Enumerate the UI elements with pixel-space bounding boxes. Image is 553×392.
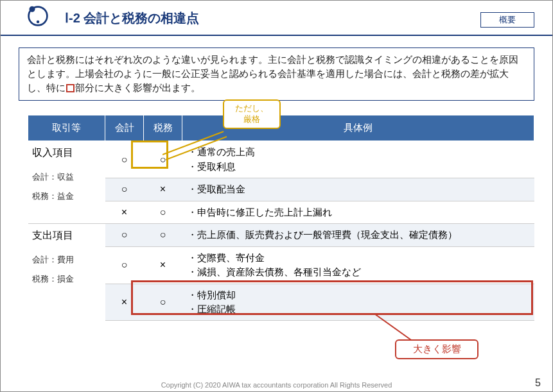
example-text: ・通常の売上高 ・受取利息	[188, 147, 255, 171]
example-text: ・交際費、寄付金 ・減損、資産除去債務、各種引当金など	[188, 253, 361, 277]
th-transaction: 取引等	[28, 115, 105, 141]
callout-strict-text: ただし、 厳格	[235, 103, 268, 124]
svg-point-2	[37, 21, 40, 24]
group-income: 収入項目 会計：収益 税務：益金	[28, 141, 105, 224]
slide-title: Ⅰ-2 会計と税務の相違点	[65, 10, 199, 27]
cell-tax: ×	[144, 246, 182, 284]
cell-tax: ○	[144, 224, 182, 246]
comparison-table: 取引等 会計 税務 具体例 収入項目 会計：収益 税務：益金 ○ ○ ・通常の売…	[28, 115, 534, 321]
intro-box: 会計と税務にはそれぞれ次のような違いが見られます。主に会計と税務で認識タイミング…	[19, 47, 534, 101]
table-container: ただし、 厳格 大きく影響 取引等 会計 税務 具体例	[28, 115, 534, 321]
intro-text-2: 部分に大きく影響が出ます。	[75, 83, 200, 93]
slide: Ⅰ-2 会計と税務の相違点 概要 会計と税務にはそれぞれ次のような違いが見られま…	[0, 0, 553, 392]
group-expense: 支出項目 会計：費用 税務：損金	[28, 224, 105, 321]
cell-accounting: ○	[105, 141, 144, 178]
example-text: ・売上原価、販売費および一般管理費（現金支出、確定債務）	[188, 230, 457, 240]
logo-icon	[26, 4, 49, 28]
cell-example: ・申告時に修正した売上計上漏れ	[182, 201, 534, 223]
group-income-title: 収入項目	[32, 146, 100, 160]
cell-accounting: ○	[105, 178, 144, 201]
group-expense-sub2: 税務：損金	[32, 273, 100, 285]
cell-example: ・売上原価、販売費および一般管理費（現金支出、確定債務）	[182, 224, 534, 246]
cell-example: ・受取配当金	[182, 178, 534, 201]
cell-example: ・特別償却 ・圧縮記帳	[182, 284, 534, 321]
cell-accounting: ×	[105, 284, 144, 321]
callout-impact: 大きく影響	[395, 339, 478, 359]
example-text: ・特別償却 ・圧縮記帳	[188, 290, 236, 314]
footer-copyright: Copyright (C) 2020 AIWA tax accountants …	[1, 381, 552, 389]
red-square-icon	[66, 84, 75, 92]
example-text: ・受取配当金	[188, 184, 245, 194]
table-header-row: 取引等 会計 税務 具体例	[28, 115, 534, 141]
group-income-sub2: 税務：益金	[32, 191, 100, 202]
group-expense-sub1: 会計：費用	[32, 254, 100, 266]
cell-tax: ○	[144, 201, 182, 223]
th-tax: 税務	[144, 115, 182, 141]
cell-accounting: ○	[105, 224, 144, 246]
cell-tax: ×	[144, 178, 182, 201]
cell-accounting: ×	[105, 201, 144, 223]
group-income-sub1: 会計：収益	[32, 171, 100, 183]
table-row: 収入項目 会計：収益 税務：益金 ○ ○ ・通常の売上高 ・受取利息	[28, 141, 534, 178]
cell-example: ・通常の売上高 ・受取利息	[182, 141, 534, 178]
header: Ⅰ-2 会計と税務の相違点 概要	[1, 1, 552, 36]
example-text: ・申告時に修正した売上計上漏れ	[188, 207, 332, 217]
callout-strict: ただし、 厳格	[223, 99, 281, 129]
svg-point-1	[30, 6, 35, 12]
tag-overview: 概要	[480, 12, 534, 28]
th-accounting: 会計	[105, 115, 144, 141]
cell-tax: ○	[144, 284, 182, 321]
cell-tax: ○	[144, 141, 182, 178]
group-expense-title: 支出項目	[32, 229, 100, 243]
cell-accounting: ○	[105, 246, 144, 284]
cell-example: ・交際費、寄付金 ・減損、資産除去債務、各種引当金など	[182, 246, 534, 284]
page-number: 5	[535, 377, 541, 389]
table-row: 支出項目 会計：費用 税務：損金 ○ ○ ・売上原価、販売費および一般管理費（現…	[28, 224, 534, 246]
